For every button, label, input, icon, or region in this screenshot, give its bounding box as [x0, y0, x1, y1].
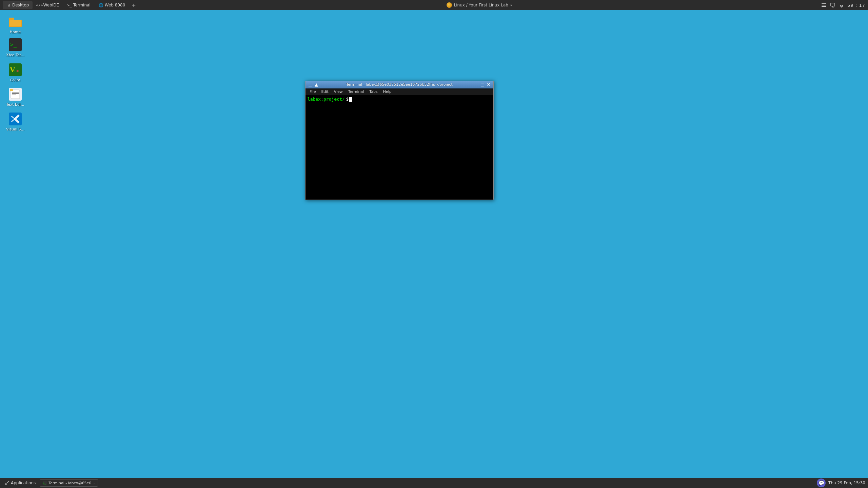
- gvim-icon: V im: [8, 63, 22, 77]
- desktop-icon-gvim[interactable]: V im GVim: [3, 62, 27, 84]
- svg-rect-0: [822, 3, 826, 4]
- terminal-window: ▲ Terminal - labex@65e032512e5ee1672bb52…: [305, 81, 494, 200]
- web8080-tab-icon: 🌐: [99, 3, 103, 7]
- network-icon[interactable]: [839, 2, 845, 8]
- tab-terminal[interactable]: >_ Terminal: [64, 1, 94, 9]
- terminal-menu-terminal[interactable]: Terminal: [346, 89, 367, 95]
- desktop-tab-icon: 🖥: [6, 3, 11, 7]
- svg-point-6: [841, 7, 842, 7]
- web8080-tab-label: Web 8080: [105, 3, 125, 7]
- desktop-tab-label: Desktop: [12, 3, 29, 7]
- clock: 59 : 17: [847, 3, 865, 8]
- taskbar-bottom-left: Applications >_ Terminal - labex@65e0...: [3, 479, 98, 487]
- dropdown-arrow-icon[interactable]: ▾: [510, 3, 512, 7]
- datetime-display: Thu 29 Feb, 15:30: [828, 481, 865, 485]
- terminal-menu-file[interactable]: File: [307, 89, 318, 95]
- desktop-icon-home[interactable]: Home: [3, 14, 27, 36]
- desktop-icon-text-editor[interactable]: Text Edi...: [3, 86, 27, 108]
- terminal-shade-icon[interactable]: ▲: [314, 82, 319, 87]
- terminal-tab-icon: >_: [67, 3, 72, 7]
- chat-icon-symbol: 💬: [818, 480, 824, 486]
- svg-rect-1: [822, 5, 826, 5]
- terminal-prompt-user: labex:project/: [308, 97, 345, 102]
- lab-path: Linux / Your First Linux Lab: [454, 3, 508, 7]
- applications-button[interactable]: Applications: [3, 480, 38, 486]
- terminal-body[interactable]: labex:project/ $: [305, 95, 493, 200]
- display-icon[interactable]: [830, 2, 836, 8]
- taskbar-top-right: 59 : 17: [821, 2, 865, 8]
- add-tab-icon: +: [132, 2, 136, 8]
- taskbar-terminal-item[interactable]: >_ Terminal - labex@65e0...: [40, 479, 98, 487]
- xfce-terminal-label: Xfce Ter...: [6, 53, 24, 57]
- settings-icon[interactable]: [821, 2, 827, 8]
- text-editor-icon: [8, 87, 22, 101]
- home-icon: [8, 15, 22, 28]
- terminal-prompt-dollar: $: [346, 97, 349, 102]
- globe-icon: [447, 2, 452, 8]
- taskbar-top-center: Linux / Your First Linux Lab ▾: [447, 2, 512, 8]
- webide-tab-icon: </>: [37, 3, 42, 7]
- taskbar-bottom-right: 💬 Thu 29 Feb, 15:30: [817, 479, 865, 487]
- webide-tab-label: WebIDE: [43, 3, 59, 7]
- terminal-menu-help[interactable]: Help: [380, 89, 394, 95]
- vscode-label: Visual S...: [6, 127, 24, 131]
- taskbar-top: 🖥 Desktop </> WebIDE >_ Terminal 🌐 Web 8…: [0, 0, 868, 10]
- terminal-menu-view[interactable]: View: [331, 89, 346, 95]
- desktop-icon-vscode[interactable]: Visual S...: [3, 111, 27, 133]
- applications-icon: [5, 481, 9, 485]
- text-editor-label: Text Edi...: [6, 102, 24, 107]
- taskbar-bottom: Applications >_ Terminal - labex@65e0...…: [0, 478, 868, 488]
- terminal-close-icon[interactable]: ✕: [486, 82, 491, 87]
- taskbar-terminal-label: Terminal - labex@65e0...: [48, 481, 95, 485]
- applications-label: Applications: [11, 481, 36, 485]
- svg-text:>_: >_: [10, 41, 17, 48]
- vscode-icon: [8, 112, 22, 126]
- taskbar-top-left: 🖥 Desktop </> WebIDE >_ Terminal 🌐 Web 8…: [3, 1, 137, 9]
- svg-text:im: im: [14, 68, 19, 73]
- terminal-title: Terminal - labex@65e032512e5ee1672bb52ff…: [319, 82, 480, 87]
- chat-icon[interactable]: 💬: [817, 479, 826, 487]
- desktop: Home >_ Xfce Ter... V im GVim: [0, 10, 868, 478]
- terminal-cursor: [349, 97, 352, 102]
- svg-rect-22: [309, 86, 312, 86]
- home-icon-label: Home: [10, 30, 21, 34]
- svg-rect-20: [10, 89, 13, 91]
- svg-rect-23: [481, 83, 484, 86]
- terminal-minimize-icon[interactable]: [308, 82, 313, 87]
- terminal-prompt-line: labex:project/ $: [308, 97, 491, 102]
- add-tab-button[interactable]: +: [130, 1, 137, 9]
- terminal-menu-edit[interactable]: Edit: [318, 89, 331, 95]
- tab-web8080[interactable]: 🌐 Web 8080: [95, 1, 129, 9]
- tab-desktop[interactable]: 🖥 Desktop: [3, 1, 33, 9]
- svg-point-24: [5, 483, 7, 485]
- desktop-icon-terminal[interactable]: >_ Xfce Ter...: [3, 37, 27, 59]
- svg-rect-3: [831, 3, 835, 6]
- terminal-menubar: File Edit View Terminal Tabs Help: [305, 88, 493, 95]
- gvim-icon-label: GVim: [10, 78, 20, 82]
- terminal-win-controls-right: ✕: [480, 82, 491, 87]
- taskbar-terminal-icon: >_: [43, 481, 47, 485]
- terminal-menu-tabs[interactable]: Tabs: [367, 89, 380, 95]
- terminal-maximize-icon[interactable]: [480, 82, 485, 87]
- terminal-tab-label: Terminal: [73, 3, 91, 7]
- tab-webide[interactable]: </> WebIDE: [34, 1, 63, 9]
- terminal-win-controls-left: ▲: [308, 82, 319, 87]
- svg-rect-9: [9, 20, 21, 26]
- svg-text:>_: >_: [43, 482, 46, 485]
- terminal-titlebar[interactable]: ▲ Terminal - labex@65e032512e5ee1672bb52…: [305, 81, 493, 88]
- xfce-terminal-icon: >_: [8, 38, 22, 52]
- svg-rect-2: [822, 6, 826, 7]
